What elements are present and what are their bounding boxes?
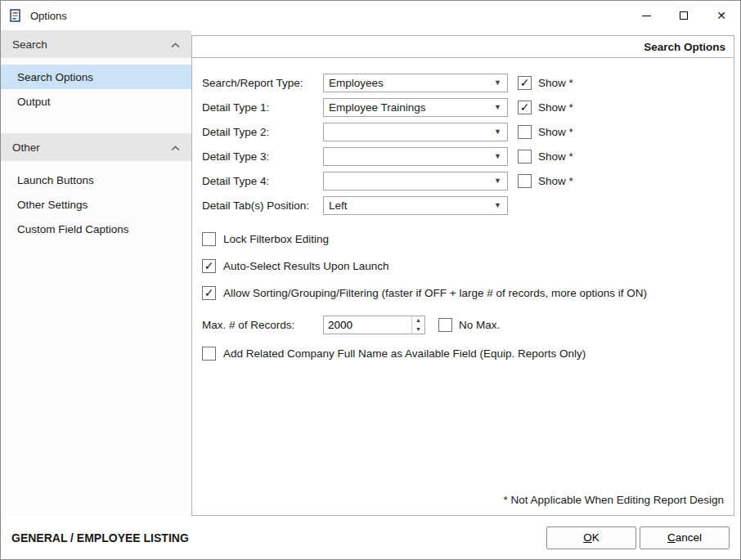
show-label: Show * xyxy=(538,175,573,187)
form-row: Detail Type 3: ▼ Show * xyxy=(202,144,724,168)
checkbox-label[interactable]: Auto-Select Results Upon Launch xyxy=(223,260,389,272)
no-max-checkbox[interactable] xyxy=(438,318,452,332)
field-label: Search/Report Type: xyxy=(202,77,323,89)
auto-select-results-checkbox[interactable] xyxy=(202,259,216,273)
chevron-down-icon: ▼ xyxy=(494,177,501,185)
detail-type-2-select[interactable]: ▼ xyxy=(323,123,508,141)
options-dialog: Options ✕ Search Search Options xyxy=(0,0,741,560)
detail-type-3-select[interactable]: ▼ xyxy=(323,147,508,166)
sidebar: Search Search Options Output Other xyxy=(1,30,191,516)
section-label: Search xyxy=(12,38,47,51)
panel-header: Search Options xyxy=(192,36,734,58)
sidebar-section-header-search[interactable]: Search xyxy=(1,30,191,58)
detail-type-1-select[interactable]: Employee Trainings ▼ xyxy=(323,98,508,117)
footnote: * Not Applicable When Editing Report Des… xyxy=(504,494,724,506)
sidebar-item-label: Search Options xyxy=(17,71,93,83)
field-label: Detail Type 1: xyxy=(202,101,323,114)
no-max-label[interactable]: No Max. xyxy=(459,319,500,331)
chevron-up-icon xyxy=(171,38,180,51)
section-label: Other xyxy=(12,141,40,154)
form-row: Detail Type 2: ▼ Show * xyxy=(202,119,724,144)
checkbox-row: Allow Sorting/Grouping/Filtering (faster… xyxy=(202,284,724,301)
show-label: Show * xyxy=(538,101,573,114)
sidebar-section-search: Search Search Options Output xyxy=(1,30,191,114)
close-button[interactable]: ✕ xyxy=(703,1,740,30)
chevron-down-icon: ▼ xyxy=(494,78,501,87)
maximize-button[interactable] xyxy=(665,1,703,30)
window-title: Options xyxy=(30,10,67,22)
form-row: Detail Type 1: Employee Trainings ▼ Show… xyxy=(202,95,724,119)
cancel-button[interactable]: Cancel xyxy=(640,526,730,549)
chevron-down-icon: ▼ xyxy=(494,152,501,160)
field-label: Detail Type 2: xyxy=(202,126,323,138)
sidebar-item-label: Output xyxy=(17,96,51,108)
checkbox-row: Auto-Select Results Upon Launch xyxy=(202,258,724,274)
max-records-input[interactable] xyxy=(324,316,411,334)
sidebar-section-header-other[interactable]: Other xyxy=(1,133,191,161)
chevron-down-icon: ▼ xyxy=(494,201,501,209)
detail-tabs-position-select[interactable]: Left ▼ xyxy=(323,196,508,215)
panel-title: Search Options xyxy=(644,41,725,53)
field-label: Detail Type 4: xyxy=(202,175,323,187)
titlebar: Options ✕ xyxy=(1,1,740,30)
dropdown-value: Left xyxy=(329,199,348,212)
sidebar-item-output[interactable]: Output xyxy=(1,89,191,114)
sidebar-item-custom-field-captions[interactable]: Custom Field Captions xyxy=(1,217,191,241)
dropdown-value: Employee Trainings xyxy=(329,101,426,114)
search-report-type-select[interactable]: Employees ▼ xyxy=(323,74,508,92)
sidebar-item-launch-buttons[interactable]: Launch Buttons xyxy=(1,168,191,192)
form-row: Detail Tab(s) Position: Left ▼ xyxy=(202,193,724,217)
chevron-down-icon: ▼ xyxy=(494,103,501,111)
sidebar-item-other-settings[interactable]: Other Settings xyxy=(1,192,191,217)
lock-filterbox-editing-checkbox[interactable] xyxy=(202,232,216,246)
max-records-spinner: ▲ ▼ xyxy=(323,316,425,334)
spin-up-button[interactable]: ▲ xyxy=(412,316,424,325)
checkbox-label[interactable]: Add Related Company Full Name as Availab… xyxy=(223,347,586,360)
show-checkbox[interactable] xyxy=(518,101,532,114)
max-records-row: Max. # of Records: ▲ ▼ No Max. xyxy=(202,315,724,334)
spin-down-button[interactable]: ▼ xyxy=(412,325,424,334)
detail-type-4-select[interactable]: ▼ xyxy=(323,172,508,190)
dropdown-value: Employees xyxy=(329,77,384,89)
sidebar-item-label: Other Settings xyxy=(17,199,88,211)
form-row: Search/Report Type: Employees ▼ Show * xyxy=(202,70,724,95)
footer: GENERAL / EMPLOYEE LISTING OK Cancel xyxy=(1,516,740,559)
show-label: Show * xyxy=(538,126,573,138)
checkbox-row: Add Related Company Full Name as Availab… xyxy=(202,345,724,361)
close-icon: ✕ xyxy=(716,10,726,21)
sidebar-section-other: Other Launch Buttons Other Settings Cust… xyxy=(1,133,191,241)
search-options-panel: Search Options Search/Report Type: Emplo… xyxy=(191,35,734,516)
show-label: Show * xyxy=(538,77,573,89)
ok-button[interactable]: OK xyxy=(546,526,636,549)
context-title: GENERAL / EMPLOYEE LISTING xyxy=(11,531,189,544)
checkbox-row: Lock Filterbox Editing xyxy=(202,231,724,247)
show-label: Show * xyxy=(538,150,573,163)
chevron-down-icon: ▼ xyxy=(494,128,501,136)
checkbox-label[interactable]: Lock Filterbox Editing xyxy=(223,233,329,245)
minimize-icon xyxy=(642,16,651,16)
sidebar-item-label: Launch Buttons xyxy=(17,174,94,186)
field-label: Max. # of Records: xyxy=(202,319,323,331)
minimize-button[interactable] xyxy=(627,1,665,30)
chevron-up-icon xyxy=(171,141,180,154)
sidebar-item-search-options[interactable]: Search Options xyxy=(1,65,191,89)
field-label: Detail Type 3: xyxy=(202,150,323,163)
field-label: Detail Tab(s) Position: xyxy=(202,199,323,212)
add-related-company-checkbox[interactable] xyxy=(202,347,216,361)
allow-sorting-grouping-filtering-checkbox[interactable] xyxy=(202,286,216,300)
app-icon xyxy=(9,9,23,23)
checkbox-label[interactable]: Allow Sorting/Grouping/Filtering (faster… xyxy=(223,287,647,299)
maximize-icon xyxy=(680,11,688,20)
show-checkbox[interactable] xyxy=(518,125,532,139)
show-checkbox[interactable] xyxy=(518,76,532,90)
form-row: Detail Type 4: ▼ Show * xyxy=(202,168,724,193)
sidebar-item-label: Custom Field Captions xyxy=(17,223,129,235)
show-checkbox[interactable] xyxy=(518,150,532,164)
show-checkbox[interactable] xyxy=(518,174,532,188)
